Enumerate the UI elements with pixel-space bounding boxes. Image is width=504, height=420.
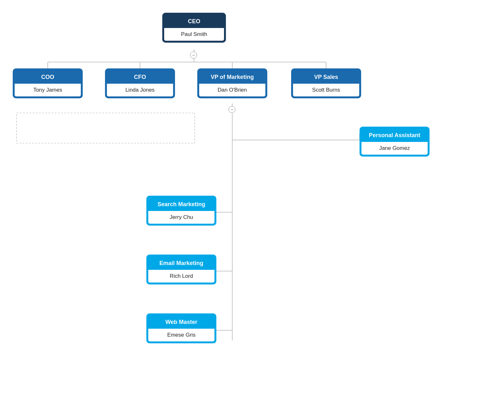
ceo-name: Paul Smith [163,28,225,42]
personal-assistant-title: Personal Assistant [360,128,429,142]
vp-marketing-name: Dan O'Brien [198,84,266,97]
coo-name: Tony James [14,84,82,97]
personal-assistant-name: Jane Gomez [360,142,429,156]
cfo-node: CFO Linda Jones [105,68,175,98]
web-master-name: Emese Gris [147,329,215,342]
cfo-title: CFO [106,69,174,84]
search-marketing-title: Search Marketing [147,197,215,211]
search-marketing-name: Jerry Chu [147,211,215,225]
web-master-title: Web Master [147,314,215,329]
vp-marketing-node: VP of Marketing Dan O'Brien [197,68,267,98]
personal-assistant-node: Personal Assistant Jane Gomez [360,127,430,157]
coo-node: COO Tony James [13,68,83,98]
ceo-node: CEO Paul Smith [162,13,226,43]
search-marketing-node: Search Marketing Jerry Chu [146,196,216,226]
cfo-name: Linda Jones [106,84,174,97]
vp-sales-title: VP Sales [292,69,360,84]
ceo-collapse-button[interactable]: − [190,52,197,59]
vp-sales-node: VP Sales Scott Burns [291,68,361,98]
vp-sales-name: Scott Burns [292,84,360,97]
coo-title: COO [14,69,82,84]
email-marketing-node: Email Marketing Rich Lord [146,255,216,284]
svg-rect-6 [17,113,195,143]
ceo-title: CEO [163,14,225,28]
email-marketing-name: Rich Lord [147,270,215,284]
org-chart: CEO Paul Smith − COO Tony James CFO Lind… [0,0,504,420]
vp-marketing-collapse-button[interactable]: − [228,106,235,113]
connectors-svg [0,0,504,420]
email-marketing-title: Email Marketing [147,256,215,270]
vp-marketing-title: VP of Marketing [198,69,266,84]
web-master-node: Web Master Emese Gris [146,313,216,343]
